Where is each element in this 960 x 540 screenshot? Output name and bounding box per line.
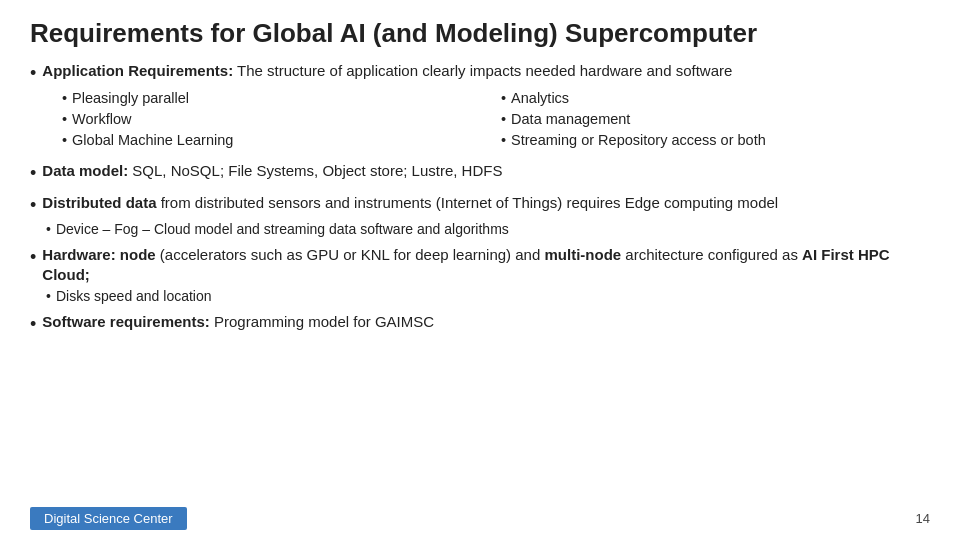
bullet-text-1: Application Requirements: The structure … (42, 61, 732, 81)
page-number: 14 (916, 511, 930, 526)
footer-badge: Digital Science Center (30, 507, 187, 530)
slide-title: Requirements for Global AI (and Modeling… (30, 18, 930, 49)
sub-bullet-datamgmt: • Data management (501, 110, 930, 130)
bullet-hardware: • Hardware: node (accelerators such as G… (30, 245, 930, 306)
bullet-prefix-5: Software requirements: (42, 313, 210, 330)
sub-bullet-workflow: • Workflow (62, 110, 491, 130)
sub-bullet-gml: • Global Machine Learning (62, 131, 491, 151)
bullet-software: • Software requirements: Programming mod… (30, 312, 930, 336)
bullet-distributed: • Distributed data from distributed sens… (30, 193, 930, 238)
sub-bullet-analytics: • Analytics (501, 89, 930, 109)
bullet-text-3: Distributed data from distributed sensor… (42, 193, 778, 213)
bullet-prefix-3: Distributed data (42, 194, 156, 211)
sub-bullet-streaming: • Streaming or Repository access or both (501, 131, 930, 151)
bullet-dot-1: • (30, 61, 36, 85)
bullet-text-4: Hardware: node (accelerators such as GPU… (42, 245, 930, 286)
bullet-dot-2: • (30, 161, 36, 185)
bullet-dot-5: • (30, 312, 36, 336)
bullet-app-req: • Application Requirements: The structur… (30, 61, 930, 155)
bullet-prefix-1: Application Requirements: (42, 62, 233, 79)
bullet-prefix-4: Hardware: node (42, 246, 155, 263)
sub-bullet-fog: • Device – Fog – Cloud model and streami… (46, 220, 930, 239)
two-col-section: • Pleasingly parallel • Workflow • Globa… (52, 89, 930, 151)
slide: Requirements for Global AI (and Modeling… (0, 0, 960, 540)
bullet-dot-3: • (30, 193, 36, 217)
right-col: • Analytics • Data management • Streamin… (491, 89, 930, 151)
bullet-data-model: • Data model: SQL, NoSQL; File Systems, … (30, 161, 930, 185)
sub-bullet-disks: • Disks speed and location (46, 287, 930, 306)
bullet-dot-4: • (30, 245, 36, 269)
left-col: • Pleasingly parallel • Workflow • Globa… (52, 89, 491, 151)
content: • Application Requirements: The structur… (30, 61, 930, 501)
footer: Digital Science Center 14 (30, 501, 930, 530)
bullet-prefix-2: Data model: (42, 162, 128, 179)
bullet-text-2: Data model: SQL, NoSQL; File Systems, Ob… (42, 161, 502, 181)
bullet-text-5: Software requirements: Programming model… (42, 312, 434, 332)
bullet-suffix-4: multi-node (544, 246, 621, 263)
sub-bullet-parallel: • Pleasingly parallel (62, 89, 491, 109)
